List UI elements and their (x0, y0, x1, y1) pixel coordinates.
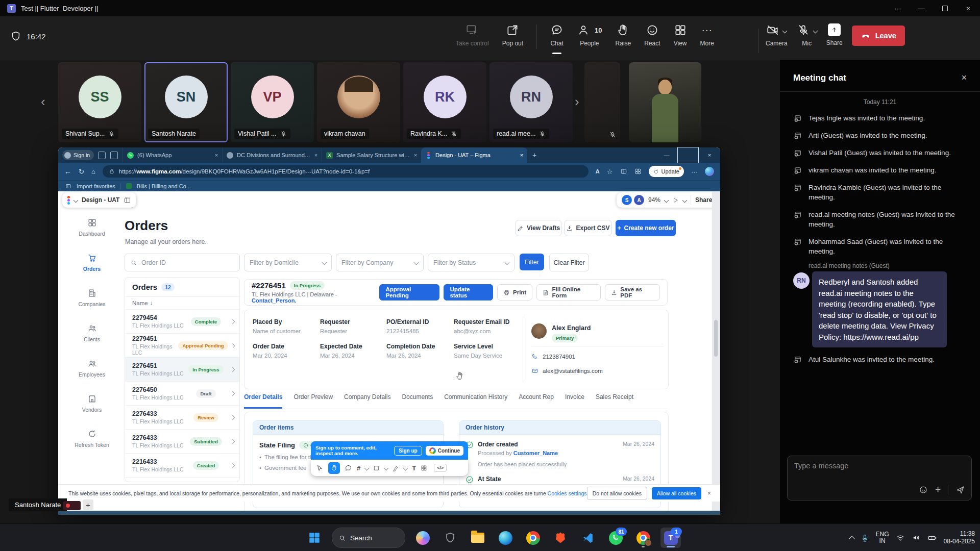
present-chevron-icon[interactable] (682, 197, 688, 203)
window-more-button[interactable]: ··· (886, 0, 910, 16)
new-tab-button[interactable]: + (532, 151, 536, 159)
sidebar-item-employees[interactable]: Employees (67, 356, 116, 391)
emoji-icon[interactable] (919, 485, 928, 494)
video-tile-santosh[interactable]: SN Santosh Narate (144, 62, 228, 142)
language-indicator[interactable]: ENGIN (876, 531, 889, 544)
contact-person-link[interactable]: Contact_Person. (252, 297, 296, 304)
order-row[interactable]: 2276433TL Flex Holdings LLCSubmitted (125, 430, 239, 454)
create-new-order-button[interactable]: +Create new order (616, 220, 676, 236)
browser-minimize-button[interactable]: — (656, 147, 677, 163)
raise-hand-button[interactable]: Raise (616, 20, 631, 47)
chrome-profile-button[interactable] (633, 528, 653, 548)
tab-close-icon[interactable]: × (215, 152, 218, 158)
browser-close-button[interactable]: × (699, 147, 720, 163)
tab-close-icon[interactable]: × (520, 152, 523, 158)
chat-button[interactable]: Chat (550, 20, 564, 47)
sidebar-item-clients[interactable]: Clients (67, 320, 116, 356)
camera-button[interactable]: Camera (766, 20, 788, 47)
browser-maximize-button[interactable] (677, 147, 699, 163)
tray-expand-chevron-icon[interactable] (849, 536, 854, 541)
update-status-button[interactable]: Update status (444, 284, 493, 300)
edge-button[interactable] (495, 528, 516, 548)
order-row[interactable]: 2279454TL Flex Holdings LLCComplete (125, 310, 239, 334)
browser-menu-icon[interactable]: ··· (691, 168, 698, 176)
volume-icon[interactable] (912, 533, 921, 542)
vertical-tabs-icon[interactable] (110, 152, 118, 159)
add-overlay-button[interactable]: + (83, 499, 93, 510)
present-icon[interactable] (672, 197, 679, 204)
brave-button[interactable] (550, 528, 571, 548)
cookies-settings-link[interactable]: Cookies settings (548, 490, 587, 496)
window-minimize-button[interactable]: — (910, 0, 933, 16)
cookie-close-icon[interactable]: × (707, 490, 711, 497)
video-tile-shivani[interactable]: SS Shivani Sup... (58, 62, 141, 142)
filter-domicile-select[interactable]: Filter by Domicile (244, 254, 332, 271)
print-button[interactable]: Print (497, 284, 532, 300)
camera-options-chevron-icon[interactable] (782, 28, 788, 33)
tiles-previous-arrow[interactable]: ‹ (41, 94, 45, 110)
security-app-button[interactable] (440, 528, 460, 548)
bills-bookmark-link[interactable]: Bills | Billing and Co... (137, 183, 191, 189)
google-continue-button[interactable]: Continue (426, 446, 463, 456)
order-row-selected[interactable]: 2276451TL Flex Holdings LLCIn Progress (125, 358, 239, 382)
back-icon[interactable]: ← (64, 167, 71, 176)
mic-button[interactable]: Mic (797, 20, 817, 47)
deny-cookies-button[interactable]: Do not allow cookies (587, 487, 647, 500)
order-row[interactable]: 2276450TL Flex Holdings LLCDraft (125, 382, 239, 406)
sidebar-item-refresh-token[interactable]: Refresh Token (67, 426, 116, 461)
collections-icon[interactable] (620, 168, 627, 175)
hand-tool-active[interactable] (328, 462, 340, 474)
tab-salary-sheet[interactable]: X Sample Salary Structure with calc× (322, 147, 421, 163)
chat-message-input[interactable]: Type a message + (787, 456, 972, 500)
taskbar-search[interactable]: Search (332, 528, 405, 548)
frame-tool-icon[interactable]: # (357, 464, 360, 472)
video-tile-vikram[interactable]: vikram chavan (317, 62, 400, 142)
share-button[interactable]: Share (826, 20, 843, 46)
tab-communication-history[interactable]: Communication History (444, 393, 507, 409)
video-tile-vishal[interactable]: VP Vishal Patil ... (231, 62, 314, 142)
collaborator-avatar[interactable]: A (634, 195, 644, 205)
save-as-pdf-button[interactable]: Save as PDF (605, 284, 660, 300)
clear-filter-button[interactable]: Clear Filter (549, 254, 589, 271)
more-button[interactable]: ··· More (700, 20, 714, 47)
approval-pending-button[interactable]: Approval Pending (379, 284, 439, 300)
filter-company-select[interactable]: Filter by Company (336, 254, 424, 271)
filter-apply-button[interactable]: Filter (520, 254, 544, 270)
fill-online-form-button[interactable]: Fill Online Form (536, 284, 601, 300)
view-button[interactable]: View (674, 20, 687, 47)
order-row[interactable]: 2216433TL Flex Holdings LLCCreated (125, 454, 239, 478)
move-tool-icon[interactable] (316, 464, 324, 472)
people-button[interactable]: 10 People (577, 20, 602, 47)
start-button[interactable] (304, 528, 325, 548)
attach-plus-icon[interactable]: + (935, 484, 941, 495)
order-row[interactable]: 2279451TL Flex Holdings LLCApproval Pend… (125, 334, 239, 358)
contact-email[interactable]: alex@vstatefilings.com (543, 368, 603, 374)
video-tile-extra[interactable] (584, 62, 620, 142)
sidebar-item-vendors[interactable]: Vendors (67, 391, 116, 426)
browser-signin-button[interactable]: Sign in (62, 150, 94, 160)
pop-out-button[interactable]: Pop out (502, 20, 523, 47)
pen-tool-icon[interactable] (393, 465, 399, 471)
tray-mic-icon[interactable] (861, 534, 869, 542)
comment-tool-icon[interactable] (345, 464, 352, 472)
browser-update-button[interactable]: Update (649, 166, 684, 177)
export-csv-button[interactable]: Export CSV (565, 220, 611, 236)
sidebar-item-orders[interactable]: Orders (67, 250, 116, 285)
video-tile-ravindra[interactable]: RK Ravindra K... (403, 62, 486, 142)
scrollbar-thumb[interactable] (714, 320, 718, 357)
window-close-button[interactable]: × (957, 0, 980, 16)
teams-button[interactable]: T 1 (660, 528, 681, 548)
tab-account-rep[interactable]: Account Rep (519, 393, 554, 409)
window-maximize-button[interactable] (933, 0, 957, 16)
favorite-star-icon[interactable]: ☆ (607, 168, 613, 176)
chat-close-icon[interactable]: × (961, 72, 967, 83)
leave-button[interactable]: Leave (852, 26, 905, 46)
send-icon[interactable] (955, 485, 965, 495)
vscode-button[interactable] (578, 528, 598, 548)
wifi-icon[interactable] (896, 533, 905, 542)
order-row[interactable]: 2276433TL Flex Holdings LLCReview (125, 406, 239, 430)
react-button[interactable]: React (644, 20, 660, 47)
tab-order-details[interactable]: Order Details (244, 393, 282, 409)
collaborator-avatar[interactable]: S (622, 195, 632, 205)
sender-avatar[interactable]: RN (793, 272, 810, 289)
